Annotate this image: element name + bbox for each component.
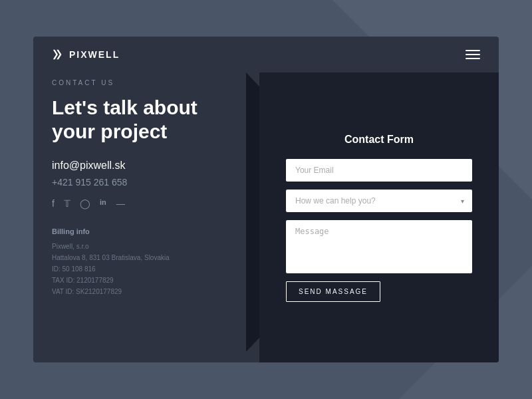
email-input[interactable] <box>286 159 472 182</box>
service-select-wrapper: How we can help you? Web Design Developm… <box>286 190 472 212</box>
social-icon-twitter[interactable]: 𝕋 <box>64 198 70 209</box>
email-link[interactable]: info@pixwell.sk <box>52 160 241 172</box>
send-button[interactable]: SEND MASSAGE <box>286 281 380 302</box>
logo-icon <box>52 49 64 61</box>
social-icons-group: f 𝕋 ◯ in ⸻ <box>52 198 241 209</box>
billing-tax-id: TAX ID: 2120177829 <box>52 275 241 286</box>
navbar: PIXWELL <box>33 37 499 72</box>
social-icon-pinterest[interactable]: ⸻ <box>116 198 125 209</box>
right-panel: Contact Form How we can help you? Web De… <box>259 72 499 362</box>
social-icon-instagram[interactable]: ◯ <box>80 198 90 209</box>
contact-label: CONTACT US <box>52 79 241 86</box>
billing-section: Billing info Pixwell, s.r.o Hattalova 8,… <box>52 227 241 297</box>
contact-form: How we can help you? Web Design Developm… <box>286 159 472 302</box>
main-card: PIXWELL CONTACT US Let's talk about your… <box>33 37 499 362</box>
form-title: Contact Form <box>344 134 414 146</box>
logo: PIXWELL <box>52 49 120 61</box>
billing-id: ID: 50 108 816 <box>52 263 241 275</box>
billing-vat-id: VAT ID: SK2120177829 <box>52 286 241 297</box>
logo-text: PIXWELL <box>69 49 120 60</box>
page-headline: Let's talk about your project <box>52 96 241 144</box>
social-icon-facebook[interactable]: f <box>52 198 55 209</box>
billing-address: Hattalova 8, 831 03 Bratislava, Slovakia <box>52 252 241 263</box>
social-icon-linkedin[interactable]: in <box>100 198 106 209</box>
billing-info: Pixwell, s.r.o Hattalova 8, 831 03 Brati… <box>52 241 241 297</box>
service-select[interactable]: How we can help you? Web Design Developm… <box>286 190 472 212</box>
message-textarea[interactable] <box>286 220 472 273</box>
content-area: CONTACT US Let's talk about your project… <box>33 72 499 362</box>
left-panel: CONTACT US Let's talk about your project… <box>33 72 259 362</box>
phone-number: +421 915 261 658 <box>52 177 241 188</box>
hamburger-button[interactable] <box>466 50 480 59</box>
billing-company: Pixwell, s.r.o <box>52 241 241 252</box>
billing-title: Billing info <box>52 227 241 235</box>
